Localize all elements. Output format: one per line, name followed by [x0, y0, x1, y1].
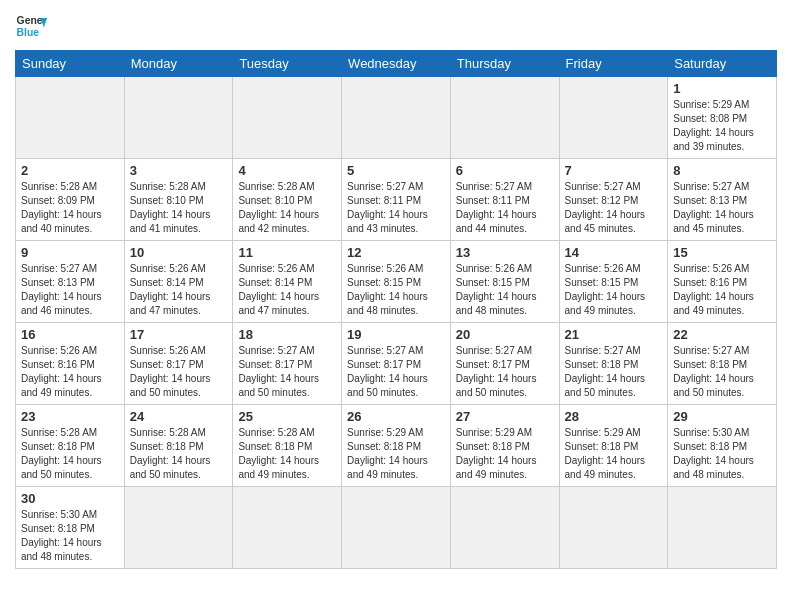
calendar-cell: 26Sunrise: 5:29 AMSunset: 8:18 PMDayligh… [342, 405, 451, 487]
calendar-cell: 21Sunrise: 5:27 AMSunset: 8:18 PMDayligh… [559, 323, 668, 405]
day-info: Sunrise: 5:30 AMSunset: 8:18 PMDaylight:… [673, 426, 771, 482]
calendar-cell: 28Sunrise: 5:29 AMSunset: 8:18 PMDayligh… [559, 405, 668, 487]
calendar-table: SundayMondayTuesdayWednesdayThursdayFrid… [15, 50, 777, 569]
calendar-cell: 4Sunrise: 5:28 AMSunset: 8:10 PMDaylight… [233, 159, 342, 241]
day-info: Sunrise: 5:30 AMSunset: 8:18 PMDaylight:… [21, 508, 119, 564]
day-number: 12 [347, 245, 445, 260]
day-number: 26 [347, 409, 445, 424]
day-info: Sunrise: 5:27 AMSunset: 8:11 PMDaylight:… [456, 180, 554, 236]
calendar-cell: 27Sunrise: 5:29 AMSunset: 8:18 PMDayligh… [450, 405, 559, 487]
page: General Blue SundayMondayTuesdayWednesda… [0, 0, 792, 579]
calendar-cell: 18Sunrise: 5:27 AMSunset: 8:17 PMDayligh… [233, 323, 342, 405]
day-number: 11 [238, 245, 336, 260]
day-info: Sunrise: 5:27 AMSunset: 8:11 PMDaylight:… [347, 180, 445, 236]
day-number: 15 [673, 245, 771, 260]
day-number: 21 [565, 327, 663, 342]
day-number: 25 [238, 409, 336, 424]
calendar-cell [124, 487, 233, 569]
day-number: 8 [673, 163, 771, 178]
day-number: 17 [130, 327, 228, 342]
day-info: Sunrise: 5:28 AMSunset: 8:09 PMDaylight:… [21, 180, 119, 236]
day-info: Sunrise: 5:26 AMSunset: 8:16 PMDaylight:… [673, 262, 771, 318]
day-info: Sunrise: 5:28 AMSunset: 8:10 PMDaylight:… [238, 180, 336, 236]
day-info: Sunrise: 5:27 AMSunset: 8:13 PMDaylight:… [21, 262, 119, 318]
calendar-cell [559, 77, 668, 159]
calendar-cell: 5Sunrise: 5:27 AMSunset: 8:11 PMDaylight… [342, 159, 451, 241]
calendar-cell: 17Sunrise: 5:26 AMSunset: 8:17 PMDayligh… [124, 323, 233, 405]
calendar-cell: 29Sunrise: 5:30 AMSunset: 8:18 PMDayligh… [668, 405, 777, 487]
day-info: Sunrise: 5:26 AMSunset: 8:15 PMDaylight:… [456, 262, 554, 318]
calendar-cell [233, 77, 342, 159]
calendar-cell: 14Sunrise: 5:26 AMSunset: 8:15 PMDayligh… [559, 241, 668, 323]
day-info: Sunrise: 5:27 AMSunset: 8:18 PMDaylight:… [673, 344, 771, 400]
svg-text:Blue: Blue [17, 27, 40, 38]
calendar-cell: 25Sunrise: 5:28 AMSunset: 8:18 PMDayligh… [233, 405, 342, 487]
dow-header: Saturday [668, 51, 777, 77]
day-number: 16 [21, 327, 119, 342]
calendar-cell: 9Sunrise: 5:27 AMSunset: 8:13 PMDaylight… [16, 241, 125, 323]
day-info: Sunrise: 5:26 AMSunset: 8:15 PMDaylight:… [347, 262, 445, 318]
day-number: 9 [21, 245, 119, 260]
calendar-cell [342, 487, 451, 569]
day-info: Sunrise: 5:27 AMSunset: 8:18 PMDaylight:… [565, 344, 663, 400]
calendar-cell: 1Sunrise: 5:29 AMSunset: 8:08 PMDaylight… [668, 77, 777, 159]
calendar-cell [450, 77, 559, 159]
day-info: Sunrise: 5:28 AMSunset: 8:18 PMDaylight:… [130, 426, 228, 482]
day-info: Sunrise: 5:29 AMSunset: 8:18 PMDaylight:… [456, 426, 554, 482]
dow-header: Sunday [16, 51, 125, 77]
day-info: Sunrise: 5:27 AMSunset: 8:17 PMDaylight:… [456, 344, 554, 400]
day-number: 24 [130, 409, 228, 424]
calendar-cell: 30Sunrise: 5:30 AMSunset: 8:18 PMDayligh… [16, 487, 125, 569]
day-info: Sunrise: 5:27 AMSunset: 8:13 PMDaylight:… [673, 180, 771, 236]
day-number: 28 [565, 409, 663, 424]
day-number: 20 [456, 327, 554, 342]
calendar-cell: 15Sunrise: 5:26 AMSunset: 8:16 PMDayligh… [668, 241, 777, 323]
day-number: 10 [130, 245, 228, 260]
day-number: 2 [21, 163, 119, 178]
dow-header: Monday [124, 51, 233, 77]
calendar-cell: 23Sunrise: 5:28 AMSunset: 8:18 PMDayligh… [16, 405, 125, 487]
calendar-cell [559, 487, 668, 569]
day-number: 27 [456, 409, 554, 424]
calendar-cell: 13Sunrise: 5:26 AMSunset: 8:15 PMDayligh… [450, 241, 559, 323]
calendar-cell: 22Sunrise: 5:27 AMSunset: 8:18 PMDayligh… [668, 323, 777, 405]
dow-header: Friday [559, 51, 668, 77]
calendar-cell: 24Sunrise: 5:28 AMSunset: 8:18 PMDayligh… [124, 405, 233, 487]
day-number: 18 [238, 327, 336, 342]
calendar-cell: 16Sunrise: 5:26 AMSunset: 8:16 PMDayligh… [16, 323, 125, 405]
day-info: Sunrise: 5:27 AMSunset: 8:17 PMDaylight:… [238, 344, 336, 400]
calendar-cell [450, 487, 559, 569]
day-info: Sunrise: 5:26 AMSunset: 8:14 PMDaylight:… [130, 262, 228, 318]
calendar-cell: 12Sunrise: 5:26 AMSunset: 8:15 PMDayligh… [342, 241, 451, 323]
day-number: 5 [347, 163, 445, 178]
logo-icon: General Blue [15, 10, 47, 42]
calendar-cell: 2Sunrise: 5:28 AMSunset: 8:09 PMDaylight… [16, 159, 125, 241]
calendar-cell [16, 77, 125, 159]
calendar-cell: 7Sunrise: 5:27 AMSunset: 8:12 PMDaylight… [559, 159, 668, 241]
header: General Blue [15, 10, 777, 42]
day-info: Sunrise: 5:28 AMSunset: 8:10 PMDaylight:… [130, 180, 228, 236]
day-number: 7 [565, 163, 663, 178]
day-number: 30 [21, 491, 119, 506]
day-info: Sunrise: 5:26 AMSunset: 8:16 PMDaylight:… [21, 344, 119, 400]
day-info: Sunrise: 5:26 AMSunset: 8:17 PMDaylight:… [130, 344, 228, 400]
calendar-cell [233, 487, 342, 569]
calendar-cell [668, 487, 777, 569]
day-info: Sunrise: 5:26 AMSunset: 8:15 PMDaylight:… [565, 262, 663, 318]
day-info: Sunrise: 5:27 AMSunset: 8:17 PMDaylight:… [347, 344, 445, 400]
day-number: 14 [565, 245, 663, 260]
day-number: 1 [673, 81, 771, 96]
day-number: 13 [456, 245, 554, 260]
calendar-cell: 19Sunrise: 5:27 AMSunset: 8:17 PMDayligh… [342, 323, 451, 405]
calendar-cell: 11Sunrise: 5:26 AMSunset: 8:14 PMDayligh… [233, 241, 342, 323]
day-info: Sunrise: 5:26 AMSunset: 8:14 PMDaylight:… [238, 262, 336, 318]
calendar-cell: 3Sunrise: 5:28 AMSunset: 8:10 PMDaylight… [124, 159, 233, 241]
day-info: Sunrise: 5:29 AMSunset: 8:08 PMDaylight:… [673, 98, 771, 154]
calendar-cell [342, 77, 451, 159]
day-number: 3 [130, 163, 228, 178]
dow-header: Tuesday [233, 51, 342, 77]
day-number: 29 [673, 409, 771, 424]
day-info: Sunrise: 5:27 AMSunset: 8:12 PMDaylight:… [565, 180, 663, 236]
day-info: Sunrise: 5:29 AMSunset: 8:18 PMDaylight:… [565, 426, 663, 482]
day-number: 19 [347, 327, 445, 342]
